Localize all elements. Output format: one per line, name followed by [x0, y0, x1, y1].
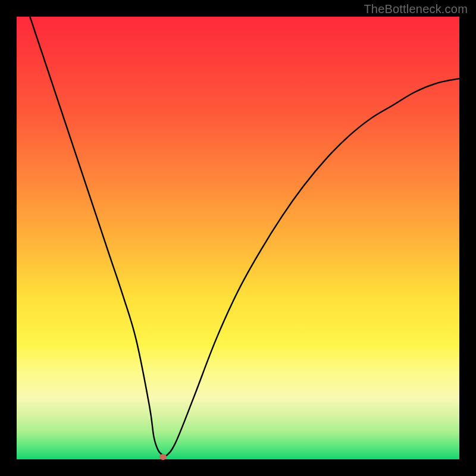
- optimal-point-marker: [159, 454, 167, 460]
- bottleneck-curve: [17, 17, 459, 459]
- watermark-text: TheBottleneck.com: [364, 2, 468, 16]
- chart-plot-area: [17, 17, 459, 459]
